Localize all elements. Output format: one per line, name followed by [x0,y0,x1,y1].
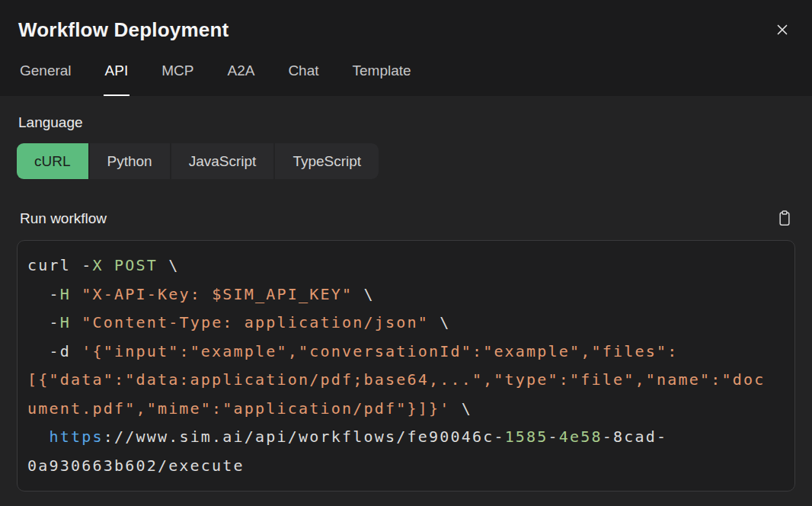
code-line: -d '{"input":"example","conversationId":… [27,338,785,367]
close-button[interactable] [772,20,792,40]
code-line: ument.pdf","mime":"application/pdf"}]}' … [27,395,785,424]
language-option-typescript[interactable]: TypeScript [275,143,379,179]
code-line: https://www.sim.ai/api/workflows/fe90046… [27,423,785,452]
code-block: curl -X POST \ -H "X-API-Key: $SIM_API_K… [17,240,795,492]
language-selector: cURLPythonJavaScriptTypeScript [17,143,379,179]
tab-chat[interactable]: Chat [286,62,320,96]
run-workflow-row: Run workflow [17,208,795,229]
code-line: [{"data":"data:application/pdf;base64,..… [27,366,785,395]
clipboard-icon [777,210,792,227]
tab-template[interactable]: Template [351,62,413,96]
copy-button[interactable] [775,208,794,229]
language-option-curl[interactable]: cURL [17,143,88,179]
language-option-python[interactable]: Python [90,143,170,179]
run-workflow-label: Run workflow [20,210,107,227]
code-content: curl -X POST \ -H "X-API-Key: $SIM_API_K… [27,251,785,480]
code-line: -H "X-API-Key: $SIM_API_KEY" \ [27,280,785,309]
tab-bar: GeneralAPIMCPA2AChatTemplate [18,62,794,96]
code-line: 0a930663b602/execute [27,452,785,481]
close-icon [774,21,791,38]
tab-a2a[interactable]: A2A [225,62,256,96]
workflow-deployment-modal: Workflow Deployment GeneralAPIMCPA2AChat… [0,0,812,506]
tab-mcp[interactable]: MCP [160,62,195,96]
modal-header: Workflow Deployment GeneralAPIMCPA2AChat… [0,0,812,96]
language-label: Language [18,114,795,131]
code-line: curl -X POST \ [27,251,785,280]
code-line: -H "Content-Type: application/json" \ [27,309,785,338]
tab-api[interactable]: API [104,62,130,96]
modal-content: Language cURLPythonJavaScriptTypeScript … [0,96,812,506]
tab-general[interactable]: General [18,62,73,96]
page-title: Workflow Deployment [18,18,229,41]
language-option-javascript[interactable]: JavaScript [171,143,274,179]
